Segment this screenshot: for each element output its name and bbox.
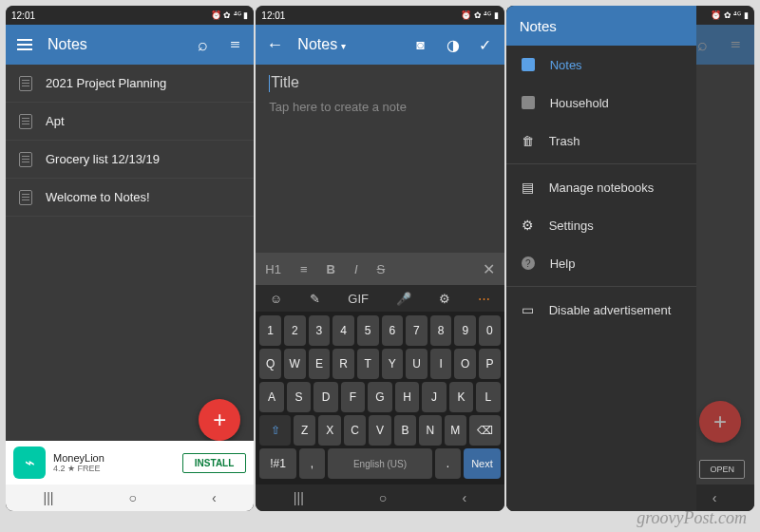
gear-icon xyxy=(522,218,534,233)
kbd-settings-icon[interactable]: ⚙ xyxy=(439,292,450,306)
drawer-item-notes[interactable]: Notes xyxy=(506,46,696,84)
key[interactable]: 9 xyxy=(454,315,476,346)
drawer-header: Notes xyxy=(506,6,696,46)
key[interactable]: C xyxy=(344,415,366,446)
note-row[interactable]: Apt xyxy=(6,103,254,141)
key[interactable]: J xyxy=(422,382,446,412)
save-icon[interactable] xyxy=(476,35,495,54)
camera-icon[interactable] xyxy=(411,35,430,54)
key[interactable]: 2 xyxy=(284,315,306,346)
title-input[interactable]: Title xyxy=(269,74,490,92)
key[interactable]: O xyxy=(454,349,476,379)
palette-icon[interactable] xyxy=(444,35,463,54)
key[interactable]: H xyxy=(395,382,419,412)
kbd-mic-icon[interactable]: 🎤 xyxy=(396,292,411,306)
key[interactable]: U xyxy=(406,349,428,379)
add-note-fab[interactable]: + xyxy=(199,399,240,441)
format-h1[interactable]: H1 xyxy=(265,262,281,276)
key[interactable]: 0 xyxy=(479,315,501,346)
nav-bar: ||| ○ ‹ xyxy=(256,484,504,511)
watermark: groovyPost.com xyxy=(636,508,747,528)
key[interactable]: ⇧ xyxy=(259,415,291,446)
sort-icon[interactable] xyxy=(225,35,244,54)
format-list-icon[interactable]: ≡ xyxy=(300,262,308,276)
ad-install-button[interactable]: INSTALL xyxy=(182,453,246,473)
format-bold[interactable]: B xyxy=(327,262,335,276)
key[interactable]: !#1 xyxy=(259,448,295,479)
key[interactable]: S xyxy=(287,382,311,412)
search-icon[interactable] xyxy=(193,35,212,54)
key[interactable]: F xyxy=(341,382,365,412)
key[interactable]: 8 xyxy=(430,315,452,346)
format-strike[interactable]: S xyxy=(377,262,386,276)
drawer-item-household[interactable]: Household xyxy=(506,84,696,122)
format-toolbar: H1 ≡ B I S ✕ xyxy=(256,253,504,285)
key[interactable]: N xyxy=(419,415,441,446)
status-time: 12:01 xyxy=(261,10,285,21)
drawer-item-manage[interactable]: Manage notebooks xyxy=(506,168,696,206)
key[interactable]: T xyxy=(357,349,379,379)
drawer-item-help[interactable]: Help xyxy=(506,244,696,282)
key[interactable]: A xyxy=(259,382,283,412)
key[interactable]: D xyxy=(314,382,337,412)
kbd-emoji-icon[interactable]: ☺ xyxy=(270,292,282,306)
key[interactable]: English (US) xyxy=(328,448,432,479)
nav-recent[interactable]: ||| xyxy=(44,490,54,505)
phone-2-note-editor: 12:01 ⏰ ✿ ⁴ᴳ ▮ Notes Title Tap here to c… xyxy=(256,6,504,511)
app-title[interactable]: Notes xyxy=(297,36,397,53)
key[interactable]: W xyxy=(284,349,306,379)
drawer-item-settings[interactable]: Settings xyxy=(506,206,696,244)
key[interactable]: P xyxy=(479,349,501,379)
key[interactable]: 7 xyxy=(406,315,428,346)
key[interactable]: . xyxy=(435,448,461,479)
key[interactable]: V xyxy=(369,415,390,446)
kbd-gif-icon[interactable]: GIF xyxy=(348,292,369,306)
menu-icon[interactable] xyxy=(15,35,34,54)
key[interactable]: 3 xyxy=(309,315,331,346)
drawer-item-trash[interactable]: Trash xyxy=(506,122,696,160)
key[interactable]: E xyxy=(309,349,331,379)
app-title: Notes xyxy=(48,36,180,53)
keyboard-toolbar: ☺ ✎ GIF 🎤 ⚙ ⋯ xyxy=(256,285,504,312)
close-format-icon[interactable]: ✕ xyxy=(483,260,495,278)
key[interactable]: Z xyxy=(294,415,315,446)
kbd-sticker-icon[interactable]: ✎ xyxy=(310,292,320,306)
open-button[interactable]: OPEN xyxy=(699,460,745,479)
kbd-more-icon[interactable]: ⋯ xyxy=(478,292,490,306)
key[interactable]: 6 xyxy=(382,315,404,346)
note-body-input[interactable]: Tap here to create a note xyxy=(269,100,490,114)
key[interactable]: Next xyxy=(464,448,500,479)
key[interactable]: L xyxy=(476,382,500,412)
key[interactable]: R xyxy=(332,349,354,379)
key[interactable]: I xyxy=(430,349,452,379)
back-icon[interactable] xyxy=(265,35,284,54)
key[interactable]: Q xyxy=(259,349,281,379)
nav-back[interactable]: ‹ xyxy=(712,490,717,505)
drawer-item-disable-ads[interactable]: Disable advertisement xyxy=(506,291,696,329)
chevron-down-icon xyxy=(337,36,346,52)
key[interactable]: G xyxy=(368,382,391,412)
notebook-icon xyxy=(522,58,535,71)
nav-recent[interactable]: ||| xyxy=(294,490,304,505)
nav-home[interactable]: ○ xyxy=(379,490,387,505)
note-title: 2021 Project Planning xyxy=(46,76,166,90)
note-row[interactable]: Welcome to Notes! xyxy=(6,179,254,217)
key[interactable]: Y xyxy=(382,349,404,379)
key[interactable]: ⌫ xyxy=(469,415,501,446)
nav-home[interactable]: ○ xyxy=(129,490,137,505)
ad-banner[interactable]: ⌁ MoneyLion 4.2 ★ FREE INSTALL xyxy=(6,441,254,484)
key[interactable]: K xyxy=(449,382,473,412)
trash-icon xyxy=(522,134,534,148)
key[interactable]: M xyxy=(445,415,466,446)
nav-back[interactable]: ‹ xyxy=(462,490,466,505)
key[interactable]: X xyxy=(318,415,340,446)
note-row[interactable]: Grocery list 12/13/19 xyxy=(6,141,254,179)
key[interactable]: , xyxy=(299,448,325,479)
key[interactable]: 5 xyxy=(357,315,379,346)
key[interactable]: B xyxy=(394,415,416,446)
format-italic[interactable]: I xyxy=(354,262,358,276)
key[interactable]: 4 xyxy=(332,315,354,346)
note-row[interactable]: 2021 Project Planning xyxy=(6,65,254,103)
key[interactable]: 1 xyxy=(259,315,281,346)
nav-back[interactable]: ‹ xyxy=(212,490,217,505)
